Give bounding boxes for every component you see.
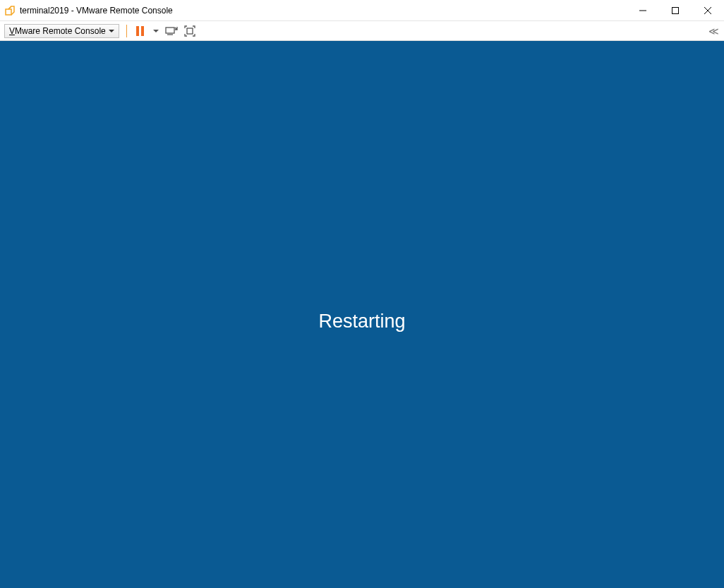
toolbar: VMware Remote Console ≪ bbox=[0, 21, 724, 41]
vmrc-app-icon bbox=[4, 5, 16, 16]
guest-status-text: Restarting bbox=[318, 311, 405, 332]
send-ctrl-alt-del-button[interactable] bbox=[164, 23, 179, 39]
close-button[interactable] bbox=[692, 0, 724, 20]
window-title: terminal2019 - VMware Remote Console bbox=[20, 6, 627, 16]
vmrc-menu-button[interactable]: VMware Remote Console bbox=[4, 24, 119, 38]
double-chevron-left-icon: ≪ bbox=[708, 25, 717, 37]
titlebar: terminal2019 - VMware Remote Console bbox=[0, 0, 724, 21]
fullscreen-icon bbox=[184, 25, 195, 37]
send-cad-icon bbox=[165, 25, 178, 37]
maximize-button[interactable] bbox=[659, 0, 692, 20]
window-controls bbox=[627, 0, 724, 20]
dropdown-caret-icon bbox=[109, 30, 114, 32]
pause-button[interactable] bbox=[133, 23, 148, 39]
vmrc-menu-label: Mware Remote Console bbox=[15, 26, 106, 36]
pause-dropdown-button[interactable] bbox=[151, 23, 161, 39]
svg-rect-6 bbox=[166, 28, 174, 33]
svg-rect-8 bbox=[187, 28, 193, 34]
fullscreen-button[interactable] bbox=[182, 23, 198, 39]
vmrc-menu-mnemonic: V bbox=[9, 26, 15, 36]
svg-rect-3 bbox=[672, 7, 679, 13]
toolbar-separator bbox=[126, 25, 127, 37]
svg-rect-0 bbox=[6, 9, 11, 15]
guest-screen[interactable]: Restarting bbox=[0, 41, 724, 588]
chevron-down-icon bbox=[153, 30, 159, 32]
pause-icon bbox=[136, 26, 144, 36]
collapse-toolbar-button[interactable]: ≪ bbox=[706, 25, 720, 37]
minimize-button[interactable] bbox=[627, 0, 659, 20]
